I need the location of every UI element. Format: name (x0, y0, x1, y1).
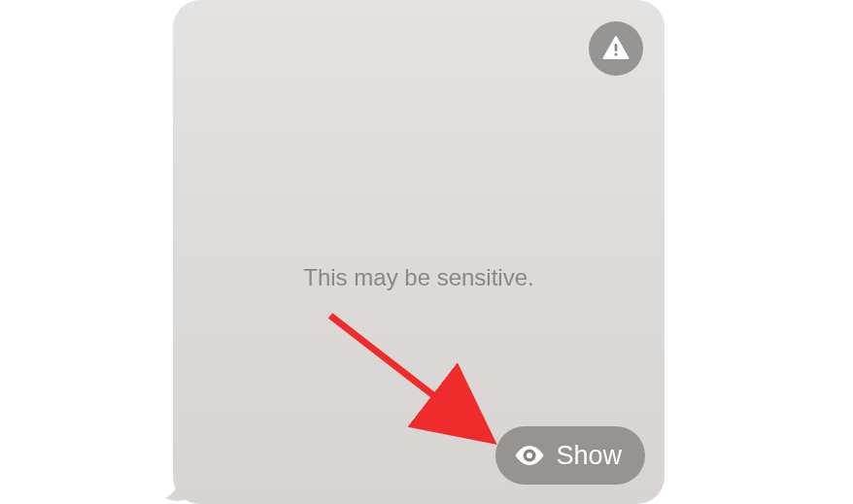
svg-point-3 (527, 453, 532, 458)
sensitive-content-bubble: This may be sensitive. Show (173, 0, 665, 504)
sensitive-content-label: This may be sensitive. (173, 264, 665, 291)
svg-rect-0 (615, 44, 618, 51)
eye-icon (513, 439, 546, 472)
show-button-label: Show (556, 441, 622, 471)
warning-icon (601, 34, 631, 63)
warning-badge[interactable] (589, 21, 643, 76)
svg-point-1 (614, 52, 617, 55)
show-button[interactable]: Show (495, 426, 645, 485)
